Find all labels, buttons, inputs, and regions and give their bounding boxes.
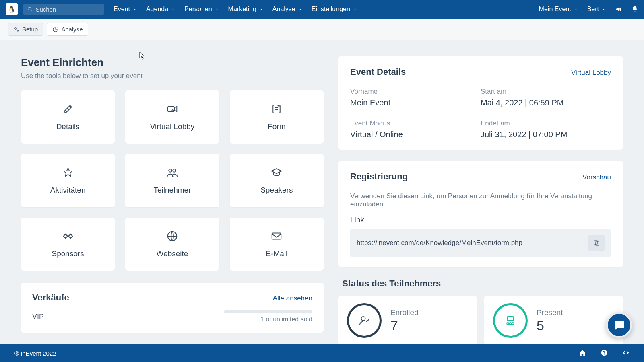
tile-details[interactable]: Details bbox=[21, 90, 115, 144]
chevron-down-icon bbox=[601, 7, 606, 12]
sales-progress-bar bbox=[224, 310, 312, 313]
svg-line-1 bbox=[31, 10, 32, 11]
virtual-lobby-link[interactable]: Virtual Lobby bbox=[571, 69, 611, 77]
sales-card: Verkäufe Alle ansehen VIP 1 of unlimited… bbox=[21, 283, 324, 333]
page-subtitle: Use the tools below to set up your event bbox=[21, 72, 324, 80]
mail-icon bbox=[270, 230, 283, 242]
star-icon bbox=[62, 167, 74, 179]
tab-setup[interactable]: Setup bbox=[8, 23, 43, 36]
main-nav: Event Agenda Personen Marketing Analyse … bbox=[114, 6, 357, 13]
sales-view-all[interactable]: Alle ansehen bbox=[273, 294, 312, 302]
mode-value: Virtual / Online bbox=[350, 130, 481, 139]
bell-icon[interactable] bbox=[631, 6, 638, 13]
chat-launcher[interactable] bbox=[606, 312, 632, 338]
search-wrap[interactable] bbox=[23, 4, 104, 15]
pie-icon bbox=[52, 26, 59, 33]
tile-email[interactable]: E-Mail bbox=[230, 218, 324, 271]
tab-analyse[interactable]: Analyse bbox=[47, 23, 88, 36]
search-input[interactable] bbox=[35, 6, 100, 13]
chevron-down-icon bbox=[215, 7, 219, 12]
sales-item-name: VIP bbox=[32, 313, 44, 321]
nav-personen[interactable]: Personen bbox=[184, 6, 219, 13]
event-details-panel: Event Details Virtual Lobby VornameMein … bbox=[338, 56, 623, 150]
gears-icon bbox=[13, 26, 20, 33]
svg-rect-14 bbox=[508, 317, 514, 321]
svg-point-0 bbox=[28, 7, 31, 10]
cap-icon bbox=[270, 167, 283, 179]
handshake-icon bbox=[62, 230, 74, 242]
enrolled-value: 7 bbox=[390, 318, 419, 333]
link-box bbox=[350, 229, 611, 257]
svg-rect-11 bbox=[595, 242, 599, 245]
svg-point-8 bbox=[173, 169, 176, 172]
enrolled-label: Enrolled bbox=[390, 308, 419, 317]
right-nav: Mein Event Bert bbox=[539, 6, 638, 13]
page-body: Event Einrichten Use the tools below to … bbox=[0, 40, 644, 353]
chevron-down-icon bbox=[171, 7, 175, 12]
status-present[interactable]: Present5 bbox=[484, 296, 623, 345]
start-value: Mai 4, 2022 | 06:59 PM bbox=[481, 98, 611, 107]
people-icon bbox=[166, 167, 178, 179]
nav-analyse[interactable]: Analyse bbox=[272, 6, 303, 13]
chevron-down-icon bbox=[353, 7, 357, 12]
nav-einstellungen[interactable]: Einstellungen bbox=[312, 6, 357, 13]
audience-icon bbox=[504, 315, 516, 327]
sales-stat: 1 of unlimited sold bbox=[224, 316, 312, 323]
enrolled-ring bbox=[347, 303, 382, 338]
present-label: Present bbox=[537, 308, 563, 317]
name-label: Vorname bbox=[350, 88, 481, 96]
user-menu[interactable]: Bert bbox=[587, 6, 606, 13]
help-icon[interactable] bbox=[601, 349, 608, 358]
registration-panel: Registrierung Vorschau Verwenden Sie die… bbox=[338, 161, 623, 267]
globe-icon bbox=[166, 230, 178, 242]
tile-form[interactable]: Form bbox=[230, 90, 324, 144]
status-title: Status des Teilnehmers bbox=[342, 278, 623, 289]
status-enrolled[interactable]: Enrolled7 bbox=[338, 296, 477, 345]
registration-preview[interactable]: Vorschau bbox=[582, 173, 611, 181]
end-label: Endet am bbox=[481, 119, 611, 128]
footer-copyright: ® InEvent 2022 bbox=[14, 350, 56, 357]
attendee-status-section: Status des Teilnehmers Enrolled7 Present… bbox=[338, 278, 623, 345]
chevron-down-icon bbox=[298, 7, 303, 12]
sales-row: VIP 1 of unlimited sold bbox=[32, 310, 312, 323]
tile-website[interactable]: Webseite bbox=[125, 218, 219, 271]
registration-link-input[interactable] bbox=[357, 239, 588, 247]
tile-activities[interactable]: Aktivitäten bbox=[21, 154, 115, 207]
nav-event[interactable]: Event bbox=[114, 6, 137, 13]
present-ring bbox=[493, 303, 528, 338]
tile-attendees[interactable]: Teilnehmer bbox=[125, 154, 219, 207]
svg-point-17 bbox=[512, 323, 514, 325]
sales-title: Verkäufe bbox=[32, 292, 69, 303]
chat-icon bbox=[613, 319, 625, 331]
chevron-down-icon bbox=[132, 7, 137, 12]
nav-marketing[interactable]: Marketing bbox=[228, 6, 264, 13]
code-icon[interactable] bbox=[622, 349, 630, 358]
svg-rect-12 bbox=[594, 241, 598, 244]
topbar: 🐧 Event Agenda Personen Marketing Analys… bbox=[0, 0, 644, 19]
form-icon bbox=[270, 103, 283, 115]
copy-icon bbox=[593, 239, 600, 247]
start-label: Start am bbox=[481, 88, 611, 96]
search-icon bbox=[27, 6, 32, 12]
svg-rect-10 bbox=[272, 233, 281, 239]
mode-label: Event Modus bbox=[350, 119, 481, 128]
registration-title: Registrierung bbox=[350, 171, 408, 182]
tile-virtual-lobby[interactable]: Virtual Lobby bbox=[125, 90, 219, 144]
svg-point-5 bbox=[172, 110, 173, 111]
home-icon[interactable] bbox=[579, 349, 586, 358]
app-logo[interactable]: 🐧 bbox=[6, 3, 18, 15]
tile-sponsors[interactable]: Sponsors bbox=[21, 218, 115, 271]
subbar: Setup Analyse bbox=[0, 19, 644, 40]
svg-point-15 bbox=[507, 323, 509, 325]
svg-point-7 bbox=[169, 169, 172, 172]
announce-icon[interactable] bbox=[615, 6, 622, 13]
tile-speakers[interactable]: Speakers bbox=[230, 154, 324, 207]
svg-point-3 bbox=[17, 30, 19, 31]
event-switcher[interactable]: Mein Event bbox=[539, 6, 578, 13]
camera-icon bbox=[166, 103, 178, 115]
page-title: Event Einrichten bbox=[21, 56, 324, 69]
copy-button[interactable] bbox=[588, 235, 605, 251]
nav-agenda[interactable]: Agenda bbox=[146, 6, 175, 13]
svg-point-13 bbox=[361, 317, 365, 321]
svg-point-2 bbox=[15, 28, 17, 29]
